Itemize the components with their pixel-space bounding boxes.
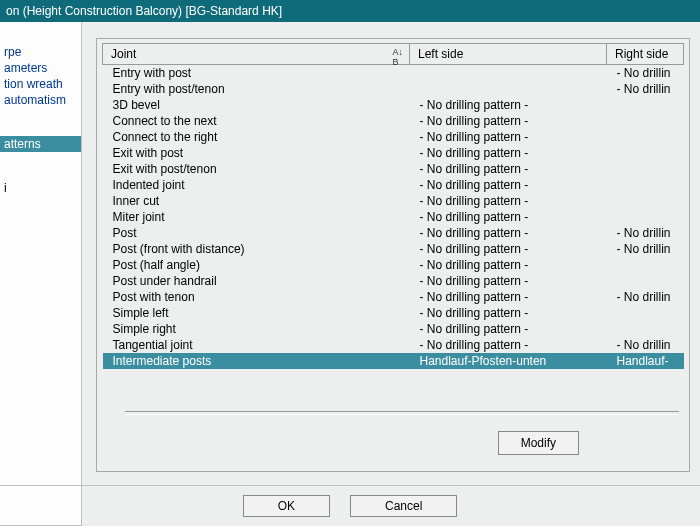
- cell-left: - No drilling pattern -: [410, 161, 607, 177]
- sidebar-item[interactable]: atterns: [0, 136, 81, 152]
- table-row[interactable]: Connect to the next- No drilling pattern…: [103, 113, 684, 129]
- cell-left: - No drilling pattern -: [410, 97, 607, 113]
- cell-left: - No drilling pattern -: [410, 129, 607, 145]
- table-row[interactable]: Tangential joint- No drilling pattern --…: [103, 337, 684, 353]
- column-label: Left side: [418, 47, 463, 61]
- cell-left: - No drilling pattern -: [410, 113, 607, 129]
- sidebar-gap: [0, 152, 81, 166]
- cell-joint: Exit with post/tenon: [103, 161, 410, 177]
- cell-joint: Entry with post/tenon: [103, 81, 410, 97]
- cell-right: [607, 177, 684, 193]
- joint-table: Joint A↓B Left side Right side Entry wit…: [102, 43, 684, 369]
- sidebar-item[interactable]: ameters: [0, 60, 81, 76]
- table-row[interactable]: 3D bevel- No drilling pattern -: [103, 97, 684, 113]
- cell-left: - No drilling pattern -: [410, 145, 607, 161]
- cell-right: [607, 97, 684, 113]
- cell-left: - No drilling pattern -: [410, 289, 607, 305]
- dialog-button-bar: OK Cancel: [0, 485, 700, 526]
- cell-left: - No drilling pattern -: [410, 241, 607, 257]
- sidebar-nav: rpeameterstion wreathautomatismatternsi: [0, 22, 82, 526]
- cell-joint: Miter joint: [103, 209, 410, 225]
- column-label: Joint: [111, 47, 136, 61]
- cell-right: [607, 113, 684, 129]
- cell-right: - No drillin: [607, 289, 684, 305]
- cell-joint: Post (front with distance): [103, 241, 410, 257]
- sidebar-gap: [0, 108, 81, 122]
- sidebar-item[interactable]: rpe: [0, 44, 81, 60]
- cell-right: [607, 145, 684, 161]
- cell-joint: 3D bevel: [103, 97, 410, 113]
- sidebar-item[interactable]: tion wreath: [0, 76, 81, 92]
- cell-right: [607, 321, 684, 337]
- table-row[interactable]: Simple right- No drilling pattern -: [103, 321, 684, 337]
- cell-joint: Tangential joint: [103, 337, 410, 353]
- cell-left: - No drilling pattern -: [410, 177, 607, 193]
- column-header-right[interactable]: Right side: [607, 44, 684, 65]
- cancel-button[interactable]: Cancel: [350, 495, 457, 517]
- cell-right: - No drillin: [607, 337, 684, 353]
- cell-left: Handlauf-Pfosten-unten: [410, 353, 607, 369]
- cell-right: - No drillin: [607, 225, 684, 241]
- cell-joint: Connect to the next: [103, 113, 410, 129]
- cell-joint: Simple left: [103, 305, 410, 321]
- cell-joint: Post (half angle): [103, 257, 410, 273]
- cell-left: [410, 65, 607, 82]
- cell-right: Handlauf-: [607, 353, 684, 369]
- table-row[interactable]: Entry with post/tenon- No drillin: [103, 81, 684, 97]
- cell-right: [607, 129, 684, 145]
- cell-right: [607, 257, 684, 273]
- column-header-left[interactable]: Left side: [410, 44, 607, 65]
- modify-button[interactable]: Modify: [498, 431, 579, 455]
- cell-left: [410, 81, 607, 97]
- table-row[interactable]: Post (front with distance)- No drilling …: [103, 241, 684, 257]
- cell-left: - No drilling pattern -: [410, 337, 607, 353]
- cell-joint: Indented joint: [103, 177, 410, 193]
- ok-button[interactable]: OK: [243, 495, 330, 517]
- sort-icon[interactable]: A↓B: [392, 47, 403, 67]
- column-label: Right side: [615, 47, 668, 61]
- table-row[interactable]: Connect to the right- No drilling patter…: [103, 129, 684, 145]
- cell-left: - No drilling pattern -: [410, 273, 607, 289]
- cell-joint: Exit with post: [103, 145, 410, 161]
- main-panel: Joint A↓B Left side Right side Entry wit…: [96, 38, 690, 472]
- cell-right: - No drillin: [607, 65, 684, 82]
- cell-joint: Connect to the right: [103, 129, 410, 145]
- table-row[interactable]: Post- No drilling pattern -- No drillin: [103, 225, 684, 241]
- cell-right: [607, 161, 684, 177]
- table-row[interactable]: Indented joint- No drilling pattern -: [103, 177, 684, 193]
- cell-joint: Post with tenon: [103, 289, 410, 305]
- window-title: on (Height Construction Balcony) [BG-Sta…: [0, 0, 700, 22]
- cell-left: - No drilling pattern -: [410, 209, 607, 225]
- cell-joint: Inner cut: [103, 193, 410, 209]
- cell-right: - No drillin: [607, 241, 684, 257]
- table-row[interactable]: Intermediate postsHandlauf-Pfosten-unten…: [103, 353, 684, 369]
- sidebar-gap: [0, 166, 81, 180]
- cell-left: - No drilling pattern -: [410, 225, 607, 241]
- sidebar-item[interactable]: automatism: [0, 92, 81, 108]
- cell-right: [607, 273, 684, 289]
- table-row[interactable]: Exit with post- No drilling pattern -: [103, 145, 684, 161]
- table-row[interactable]: Post under handrail- No drilling pattern…: [103, 273, 684, 289]
- table-row[interactable]: Exit with post/tenon- No drilling patter…: [103, 161, 684, 177]
- cell-left: - No drilling pattern -: [410, 257, 607, 273]
- cell-right: [607, 193, 684, 209]
- cell-joint: Simple right: [103, 321, 410, 337]
- cell-joint: Post under handrail: [103, 273, 410, 289]
- table-row[interactable]: Post (half angle)- No drilling pattern -: [103, 257, 684, 273]
- cell-joint: Entry with post: [103, 65, 410, 82]
- cell-left: - No drilling pattern -: [410, 305, 607, 321]
- table-row[interactable]: Post with tenon- No drilling pattern -- …: [103, 289, 684, 305]
- column-header-joint[interactable]: Joint A↓B: [103, 44, 410, 65]
- cell-right: - No drillin: [607, 81, 684, 97]
- table-row[interactable]: Inner cut- No drilling pattern -: [103, 193, 684, 209]
- sidebar-item[interactable]: i: [0, 180, 81, 196]
- table-row[interactable]: Simple left- No drilling pattern -: [103, 305, 684, 321]
- sidebar-gap: [0, 122, 81, 136]
- cell-right: [607, 209, 684, 225]
- cell-right: [607, 305, 684, 321]
- joint-table-wrap: Joint A↓B Left side Right side Entry wit…: [102, 43, 684, 401]
- cell-left: - No drilling pattern -: [410, 321, 607, 337]
- cell-joint: Post: [103, 225, 410, 241]
- cell-joint: Intermediate posts: [103, 353, 410, 369]
- table-row[interactable]: Miter joint- No drilling pattern -: [103, 209, 684, 225]
